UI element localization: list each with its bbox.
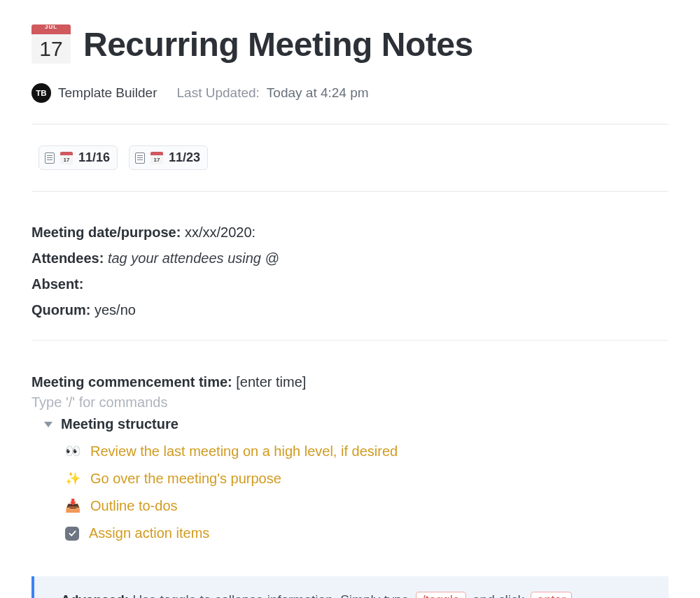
commencement-line[interactable]: Meeting commencement time: [enter time] — [31, 374, 668, 390]
subpage-list: 17 11/16 17 11/23 — [31, 124, 668, 191]
meeting-info-block[interactable]: Meeting date/purpose: xx/xx/2020: Attend… — [31, 192, 668, 340]
attendees-label: Attendees: — [31, 250, 104, 266]
callout-label: Advanced: — [61, 592, 129, 598]
subpage-label: 11/16 — [78, 150, 110, 165]
attendees-line[interactable]: Attendees: tag your attendees using @ — [31, 245, 668, 271]
calendar-month: JUL — [45, 24, 57, 30]
commencement-label: Meeting commencement time: — [31, 374, 232, 390]
structure-item[interactable]: 👀 Review the last meeting on a high leve… — [65, 438, 668, 465]
sparkles-icon: ✨ — [65, 467, 80, 491]
page-title[interactable]: Recurring Meeting Notes — [83, 25, 473, 64]
structure-item-text[interactable]: Review the last meeting on a high level,… — [90, 438, 398, 465]
kbd-enter: enter — [531, 592, 572, 598]
absent-label: Absent: — [31, 276, 83, 292]
kbd-toggle: /toggle — [416, 592, 466, 598]
author-avatar[interactable]: TB — [31, 83, 51, 103]
checkbox-icon — [65, 527, 79, 541]
subpage-link[interactable]: 17 11/23 — [129, 145, 208, 170]
structure-item[interactable]: Assign action items — [65, 520, 668, 547]
meeting-date-label: Meeting date/purpose: — [31, 225, 181, 240]
calendar-icon: 17 — [150, 152, 163, 164]
calendar-day: 17 — [31, 34, 71, 64]
toggle-caret-icon[interactable] — [44, 422, 52, 427]
callout-text: . — [575, 592, 578, 598]
subpage-link[interactable]: 17 11/16 — [38, 145, 118, 170]
absent-line[interactable]: Absent: — [31, 271, 668, 297]
quorum-label: Quorum: — [31, 302, 90, 318]
meeting-structure-list: 👀 Review the last meeting on a high leve… — [31, 438, 668, 547]
attendees-placeholder: tag your attendees using @ — [108, 250, 279, 266]
calendar-icon: 17 — [60, 152, 73, 164]
structure-item-text[interactable]: Go over the meeting's purpose — [90, 465, 281, 492]
toggle-title[interactable]: Meeting structure — [61, 416, 178, 432]
structure-item[interactable]: ✨ Go over the meeting's purpose — [65, 465, 668, 492]
commencement-value: [enter time] — [236, 374, 306, 390]
doc-icon — [45, 152, 55, 164]
quorum-line[interactable]: Quorum: yes/no — [31, 297, 668, 323]
slash-command-hint[interactable]: Type '/' for commands — [31, 394, 668, 411]
inbox-icon: 📥 — [65, 494, 80, 518]
eyes-icon: 👀 — [65, 439, 80, 464]
quorum-value: yes/no — [94, 302, 136, 318]
callout-text: Use toggle to collapse information. Simp… — [129, 592, 413, 598]
subpage-label: 11/23 — [169, 150, 200, 165]
last-updated-value: Today at 4:24 pm — [267, 85, 369, 101]
doc-icon — [135, 152, 145, 164]
structure-item-text[interactable]: Outline to-dos — [90, 492, 178, 520]
meeting-date-line[interactable]: Meeting date/purpose: xx/xx/2020: — [31, 220, 668, 245]
structure-item[interactable]: 📥 Outline to-dos — [65, 492, 668, 520]
page-icon-calendar[interactable]: JUL 17 — [31, 24, 71, 64]
callout-text: and click — [469, 592, 528, 598]
last-updated-label: Last Updated: — [177, 85, 260, 101]
author-name[interactable]: Template Builder — [58, 85, 158, 101]
structure-item-text[interactable]: Assign action items — [89, 520, 209, 547]
advanced-callout[interactable]: Advanced: Use toggle to collapse informa… — [31, 576, 668, 598]
meeting-date-value-text: xx/xx/2020: — [185, 225, 255, 240]
